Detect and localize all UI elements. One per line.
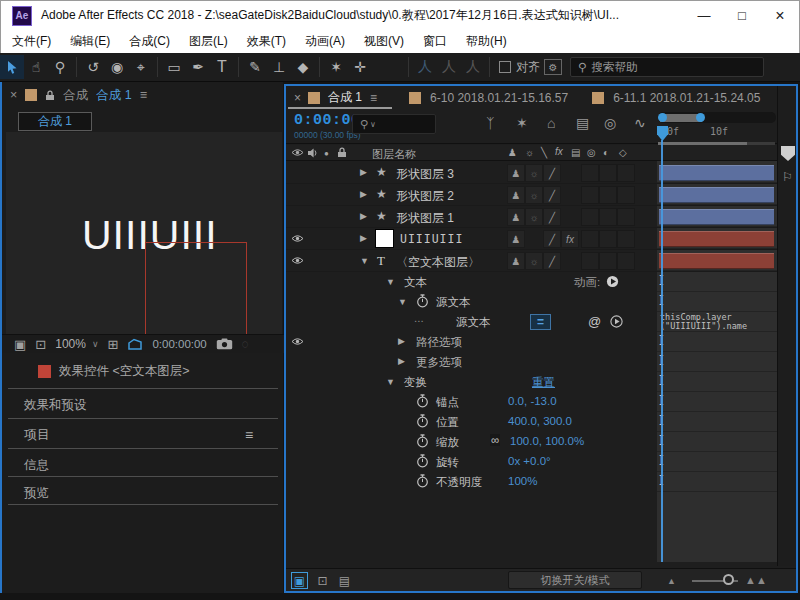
eye-icon[interactable] xyxy=(291,148,304,157)
maximize-button[interactable]: □ xyxy=(723,2,761,30)
more-options-label[interactable]: 更多选项 xyxy=(416,355,462,370)
more-options-row[interactable]: ▶ 更多选项 I xyxy=(286,352,777,372)
timeline-search-input[interactable]: ⚲ ∨ xyxy=(352,114,436,134)
panel-menu-icon[interactable]: ≡ xyxy=(140,88,147,102)
minimize-button[interactable]: — xyxy=(685,2,723,30)
timeline-tab-3[interactable]: 6-11.1 2018.01.21-15.24.05 xyxy=(613,91,760,105)
expand-arrow-icon[interactable]: ▶ xyxy=(360,233,367,243)
comp-marker-bin-icon[interactable] xyxy=(781,146,795,161)
switch-cell[interactable] xyxy=(582,209,598,225)
magnification-select[interactable]: 100% ∨ xyxy=(55,337,98,351)
monitor-icon[interactable]: ⊡ xyxy=(35,337,46,352)
expression-menu-icon[interactable] xyxy=(610,315,623,328)
shy-switch[interactable]: ♟ xyxy=(508,187,524,203)
eye-icon[interactable] xyxy=(291,337,304,346)
close-button[interactable]: × xyxy=(761,2,799,30)
info-panel-tab[interactable]: 信息 xyxy=(2,452,285,478)
pan-behind-tool-icon[interactable]: ⌖ xyxy=(129,55,153,79)
multi-view-icon[interactable]: ▣ xyxy=(14,337,26,352)
zoom-in-mountains-icon[interactable]: ▲▲ xyxy=(745,574,767,586)
collapse-switch[interactable]: ☼ xyxy=(526,187,542,203)
graph-editor-icon[interactable]: ∿ xyxy=(634,115,646,131)
navigator-start-handle[interactable] xyxy=(658,113,667,122)
frame-blending-icon[interactable]: ▤ xyxy=(576,115,589,131)
scale-row[interactable]: 缩放 ∞ 100.0, 100.0% I xyxy=(286,432,777,452)
clone-stamp-tool-icon[interactable]: ⊥ xyxy=(267,55,291,79)
switch-cell[interactable] xyxy=(582,253,598,269)
position-label[interactable]: 位置 xyxy=(436,415,459,430)
motion-blur-column-icon[interactable]: ◎ xyxy=(587,147,596,158)
quality-switch[interactable]: ╱ xyxy=(544,253,560,269)
path-options-row[interactable]: ▶ 路径选项 I xyxy=(286,332,777,352)
switch-cell[interactable] xyxy=(618,253,634,269)
menu-item-help[interactable]: 帮助(H) xyxy=(466,33,507,50)
layer-name-column-header[interactable]: 图层名称 xyxy=(372,147,416,162)
collapse-arrow-icon[interactable]: ▼ xyxy=(360,256,369,266)
text-group-row[interactable]: ▼ 文本 动画: I xyxy=(286,272,777,292)
quality-column-icon[interactable]: ╲ xyxy=(541,147,547,158)
scale-label[interactable]: 缩放 xyxy=(436,435,459,450)
quality-switch[interactable]: ╱ xyxy=(544,209,560,225)
stopwatch-icon[interactable] xyxy=(416,454,429,468)
source-text-row[interactable]: ▼ 源文本 I xyxy=(286,292,777,312)
effects-presets-panel-tab[interactable]: 效果和预设 xyxy=(2,392,285,418)
layer-duration-bar[interactable] xyxy=(659,231,774,247)
link-dimensions-icon[interactable]: ∞ xyxy=(490,434,500,446)
switch-cell[interactable] xyxy=(618,165,634,181)
region-of-interest-icon[interactable]: ⊞ xyxy=(108,337,119,352)
current-time-display[interactable]: 0:00:00:00 xyxy=(152,338,206,350)
navigator-end-handle[interactable] xyxy=(696,113,705,122)
menu-item-animation[interactable]: 动画(A) xyxy=(305,33,345,50)
expand-in-out-icon[interactable]: ▤ xyxy=(336,572,353,589)
layer-row-4[interactable]: ▶ UIIIUIII ♟ ╱ fx xyxy=(286,228,777,250)
comp-marker-icon[interactable]: ⚐ xyxy=(782,170,793,184)
menu-item-edit[interactable]: 编辑(E) xyxy=(70,33,110,50)
reset-link[interactable]: 重置 xyxy=(532,375,555,390)
layer-row-2[interactable]: ▶ ★ 形状图层 2 ♟ ☼ ╱ xyxy=(286,184,777,206)
brush-tool-icon[interactable]: ✎ xyxy=(243,55,267,79)
rotation-value[interactable]: 0x +0.0° xyxy=(508,455,551,467)
shy-layers-icon[interactable]: ⌂ xyxy=(547,115,555,131)
timeline-zoom-knob[interactable] xyxy=(723,574,734,585)
shy-switch[interactable]: ♟ xyxy=(508,253,524,269)
camera-tool-icon[interactable]: ◉ xyxy=(105,55,129,79)
menu-item-view[interactable]: 视图(V) xyxy=(364,33,404,50)
composition-viewer[interactable]: UIIIUIII xyxy=(6,132,282,334)
type-tool-icon[interactable]: T xyxy=(210,55,234,79)
fx-switch[interactable]: fx xyxy=(562,231,578,247)
transform-group-row[interactable]: ▼ 变换 重置 I xyxy=(286,372,777,392)
source-text-label[interactable]: 源文本 xyxy=(436,295,471,310)
timeline-tab-active[interactable]: 合成 1 xyxy=(328,89,362,106)
text-group-label[interactable]: 文本 xyxy=(404,275,427,290)
stopwatch-icon[interactable] xyxy=(416,434,429,448)
layer-name[interactable]: 形状图层 1 xyxy=(396,210,454,227)
switch-cell[interactable] xyxy=(582,187,598,203)
toggle-switches-modes-button[interactable]: 切换开关/模式 xyxy=(508,571,642,589)
expand-arrow-icon[interactable]: ▶ xyxy=(360,189,367,199)
motion-blur-icon[interactable]: ◎ xyxy=(604,115,616,131)
quality-switch[interactable]: ╱ xyxy=(544,231,560,247)
position-value[interactable]: 400.0, 300.0 xyxy=(508,415,572,427)
project-panel-tab[interactable]: 项目 ≡ xyxy=(2,422,285,448)
menu-item-file[interactable]: 文件(F) xyxy=(12,33,51,50)
collapse-arrow-icon[interactable]: ▼ xyxy=(398,297,407,307)
zoom-out-mountain-icon[interactable]: ▲ xyxy=(667,576,676,586)
draft-3d-icon[interactable]: ✶ xyxy=(516,115,528,131)
scale-value[interactable]: 100.0, 100.0% xyxy=(510,435,584,447)
switch-cell[interactable] xyxy=(600,253,616,269)
collapse-arrow-icon[interactable]: ▼ xyxy=(386,277,395,287)
roto-brush-tool-icon[interactable]: ✶ xyxy=(324,55,348,79)
stopwatch-icon[interactable] xyxy=(416,394,429,408)
shape-tool-icon[interactable]: ▭ xyxy=(162,55,186,79)
help-search-input[interactable]: ⚲ 搜索帮助 xyxy=(570,57,764,77)
quality-switch[interactable]: ╱ xyxy=(544,187,560,203)
expand-arrow-icon[interactable]: ▶ xyxy=(360,167,367,177)
position-row[interactable]: 位置 400.0, 300.0 I xyxy=(286,412,777,432)
expand-arrow-icon[interactable]: ▶ xyxy=(398,336,405,346)
adjustment-column-icon[interactable]: ◐ xyxy=(603,147,609,158)
layer-duration-bar[interactable] xyxy=(659,253,774,269)
expand-arrow-icon[interactable]: ▶ xyxy=(398,356,405,366)
time-navigator[interactable] xyxy=(658,112,776,123)
eye-icon[interactable] xyxy=(291,234,304,243)
3d-column-icon[interactable]: ◇ xyxy=(619,147,627,158)
